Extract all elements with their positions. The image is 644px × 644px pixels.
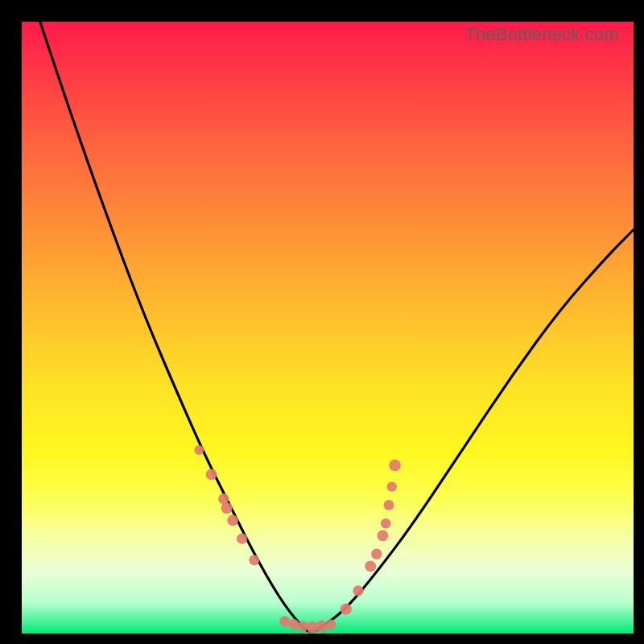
- highlight-dot: [194, 445, 204, 455]
- chart-svg: [22, 22, 634, 634]
- highlight-dots: [194, 445, 401, 634]
- attribution-text: TheBottleneck.com: [464, 24, 619, 45]
- highlight-dot: [237, 534, 247, 544]
- bottleneck-curve: [40, 22, 634, 631]
- highlight-dot: [279, 616, 290, 626]
- curve-line: [40, 22, 634, 631]
- highlight-dot: [378, 530, 389, 542]
- plot-area: TheBottleneck.com: [22, 22, 634, 634]
- highlight-dot: [389, 460, 401, 472]
- highlight-dot: [249, 555, 259, 565]
- highlight-dot: [371, 549, 382, 559]
- highlight-dot: [227, 515, 238, 526]
- chart-frame: TheBottleneck.com: [0, 0, 644, 644]
- highlight-dot: [384, 500, 394, 510]
- highlight-dot: [289, 619, 299, 630]
- highlight-dot: [365, 560, 376, 572]
- highlight-dot: [316, 621, 327, 632]
- highlight-dot: [381, 518, 391, 529]
- highlight-dot: [341, 603, 352, 614]
- highlight-dot: [326, 619, 336, 630]
- highlight-dot: [387, 481, 397, 491]
- highlight-dot: [353, 585, 363, 596]
- highlight-dot: [206, 469, 217, 481]
- highlight-dot: [221, 502, 233, 514]
